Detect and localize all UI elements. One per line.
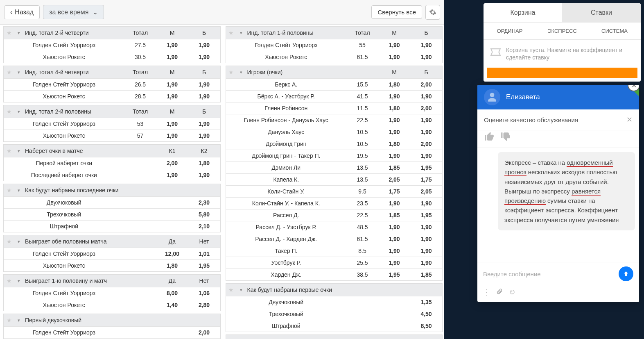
odd-b[interactable]: 1,90	[410, 233, 442, 245]
odd-b[interactable]: 1,35	[410, 296, 442, 308]
odd-b[interactable]: 2,00	[188, 327, 220, 338]
odd-a[interactable]: 1,90	[378, 126, 410, 138]
star-icon[interactable]: ★	[226, 30, 237, 36]
odd-a[interactable]: 2,00	[156, 157, 188, 169]
market-header[interactable]: ★▾Игроки (очки)МБ	[226, 66, 443, 78]
odd-b[interactable]: 1,95	[188, 260, 220, 271]
odd-a[interactable]: 1,90	[156, 79, 188, 90]
odd-b[interactable]: 1,90	[188, 130, 220, 141]
odd-b[interactable]: 2,05	[410, 186, 442, 197]
odd-b[interactable]: 1,90	[410, 257, 442, 268]
odd-a[interactable]: 1,90	[378, 39, 410, 51]
odd-a[interactable]: 1,90	[378, 91, 410, 102]
odd-b[interactable]: 1,90	[410, 51, 442, 63]
odd-a[interactable]: 1,80	[378, 102, 410, 114]
rate-close-button[interactable]: ✕	[626, 115, 633, 124]
odd-a[interactable]: 1,90	[378, 198, 410, 209]
attach-button[interactable]	[496, 288, 503, 297]
odd-a[interactable]: 1,95	[378, 269, 410, 280]
odd-a[interactable]	[378, 308, 410, 320]
odd-b[interactable]: 2,30	[188, 197, 220, 208]
market-header[interactable]: ★▾Выиграет все четверти матчаДаНет	[226, 335, 443, 339]
odd-b[interactable]: 1,90	[410, 198, 442, 209]
market-header[interactable]: ★▾Наберет очки в матчеК1К2	[4, 145, 220, 157]
odd-b[interactable]: 1,90	[410, 221, 442, 233]
collapse-all-button[interactable]: Свернуть все	[371, 5, 422, 19]
odd-a[interactable]: 1,80	[378, 138, 410, 150]
odd-b[interactable]: 1,90	[410, 114, 442, 126]
star-icon[interactable]: ★	[4, 187, 14, 193]
odd-b[interactable]: 1,90	[188, 118, 220, 130]
thumbs-down-button[interactable]	[500, 131, 511, 142]
tab-bets[interactable]: Ставки	[562, 3, 641, 22]
odd-b[interactable]: 2,00	[410, 138, 442, 150]
odd-a[interactable]: 12,00	[156, 248, 188, 259]
back-button[interactable]: ‹ Назад	[4, 5, 40, 19]
odd-a[interactable]: 1,85	[378, 209, 410, 221]
odd-b[interactable]: 1,90	[410, 126, 442, 138]
odd-b[interactable]: 1,90	[410, 91, 442, 102]
send-button[interactable]	[619, 266, 633, 281]
odd-a[interactable]: 1,80	[378, 79, 410, 90]
odd-b[interactable]: 8,50	[410, 320, 442, 332]
settings-button[interactable]	[425, 5, 440, 20]
odd-a[interactable]	[378, 320, 410, 332]
odd-a[interactable]	[156, 221, 188, 232]
odd-b[interactable]: 1,85	[410, 269, 442, 280]
market-header[interactable]: ★▾Как будут набраны первые очки	[226, 284, 443, 296]
odd-b[interactable]: 1,90	[188, 169, 220, 181]
odd-b[interactable]: 1,01	[188, 248, 220, 259]
odd-b[interactable]: 1,95	[410, 162, 442, 173]
star-icon[interactable]: ★	[4, 317, 14, 323]
star-icon[interactable]: ★	[4, 69, 14, 75]
odd-b[interactable]: 2,10	[188, 221, 220, 232]
thumbs-up-button[interactable]	[484, 131, 495, 142]
odd-a[interactable]: 1,90	[156, 169, 188, 181]
odd-a[interactable]: 2,05	[378, 174, 410, 185]
odd-a[interactable]	[156, 197, 188, 208]
odd-b[interactable]: 1,75	[410, 174, 442, 185]
subtab-system[interactable]: СИСТЕМА	[588, 23, 641, 39]
odd-a[interactable]: 1,90	[156, 51, 188, 63]
odd-b[interactable]: 1,90	[410, 245, 442, 257]
odd-b[interactable]: 2,80	[188, 299, 220, 311]
place-bet-button[interactable]	[487, 68, 637, 78]
subtab-single[interactable]: ОРДИНАР	[484, 23, 536, 39]
odd-b[interactable]: 1,90	[188, 79, 220, 90]
chat-input[interactable]	[483, 271, 615, 278]
odd-b[interactable]: 1,90	[410, 39, 442, 51]
odd-a[interactable]	[156, 327, 188, 338]
odd-a[interactable]: 1,85	[378, 162, 410, 173]
odd-a[interactable]: 1,90	[378, 221, 410, 233]
odd-b[interactable]: 1,80	[188, 157, 220, 169]
star-icon[interactable]: ★	[4, 238, 14, 245]
odd-a[interactable]: 8,00	[156, 287, 188, 299]
odd-a[interactable]: 1,90	[378, 233, 410, 245]
odd-a[interactable]: 1,90	[378, 150, 410, 162]
odd-b[interactable]: 1,06	[188, 287, 220, 299]
odd-a[interactable]	[378, 296, 410, 308]
odd-a[interactable]	[156, 209, 188, 220]
odd-b[interactable]: 4,50	[410, 308, 442, 320]
odd-b[interactable]: 2,00	[410, 79, 442, 90]
star-icon[interactable]: ★	[4, 278, 14, 284]
star-icon[interactable]: ★	[4, 30, 14, 36]
odd-b[interactable]: 1,90	[188, 91, 220, 102]
odd-a[interactable]: 1,90	[378, 51, 410, 63]
star-icon[interactable]: ★	[4, 148, 14, 154]
market-header[interactable]: ★▾Первый двухочковый	[4, 314, 220, 326]
tab-basket[interactable]: Корзина	[484, 3, 562, 22]
market-header[interactable]: ★▾Инд. тотал 4-й четвертиТоталМБ	[4, 66, 220, 78]
odd-b[interactable]: 2,00	[410, 102, 442, 114]
star-icon[interactable]: ★	[4, 108, 14, 115]
odd-a[interactable]: 1,90	[378, 245, 410, 257]
market-header[interactable]: ★▾Инд. тотал 2-й половиныТоталМБ	[4, 105, 220, 118]
period-dropdown[interactable]: за все время ⌄	[43, 5, 104, 19]
subtab-express[interactable]: ЭКСПРЕСС	[536, 23, 588, 39]
market-header[interactable]: ★▾Как будут набраны последние очки	[4, 184, 220, 196]
odd-a[interactable]: 1,40	[156, 299, 188, 311]
odd-a[interactable]: 1,80	[156, 260, 188, 271]
more-button[interactable]: ⋮	[483, 288, 490, 297]
odd-a[interactable]: 1,90	[378, 257, 410, 268]
odd-a[interactable]: 1,90	[156, 118, 188, 130]
